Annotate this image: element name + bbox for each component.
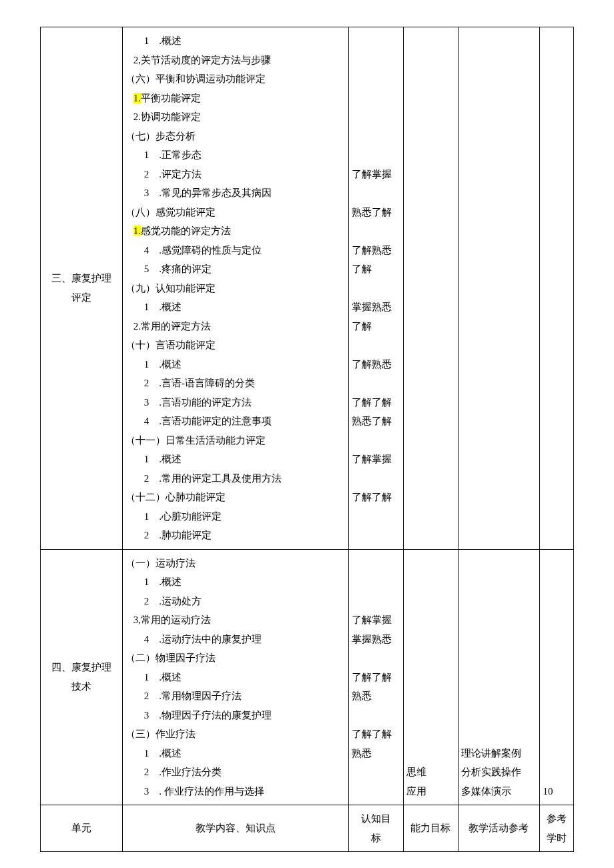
table-row: 四、康复护理技术（一）运动疗法1 .概述2 .运动处方3,常用的运动疗法4 .运… bbox=[41, 549, 574, 805]
cognition-cell: 了解掌握熟悉了解了解熟悉了解掌握熟悉了解了解熟悉了解了解熟悉了解了解掌握了解了解 bbox=[349, 27, 404, 550]
ability-cell: 思维应用 bbox=[404, 549, 458, 805]
table-header-row: 单元教学内容、知识点认知目标能力目标教学活动参考参考学时 bbox=[41, 805, 574, 852]
content-line: 1 .正常步态 bbox=[125, 145, 346, 165]
content-line: 1 .概述 bbox=[125, 450, 346, 469]
unit-cell: 三、康复护理评定 bbox=[41, 27, 123, 550]
content-line: （十一）日常生活活动能力评定 bbox=[125, 431, 346, 450]
content-line: 1 .概述 bbox=[125, 31, 346, 51]
content-line: 2 .作业疗法分类 bbox=[125, 763, 346, 782]
content-line: 4 .感觉障碍的性质与定位 bbox=[125, 241, 346, 260]
hours-cell: 10 bbox=[540, 549, 574, 805]
content-line: 1 .概述 bbox=[125, 298, 346, 317]
content-line: 1 .概述 bbox=[125, 572, 346, 592]
content-line: 2 .言语-语言障碍的分类 bbox=[125, 374, 346, 393]
highlight: 1. bbox=[133, 226, 141, 236]
content-line: 4 .言语功能评定的注意事项 bbox=[125, 412, 346, 431]
content-line: （三）作业疗法 bbox=[125, 725, 346, 744]
table-row: 三、康复护理评定1 .概述2,关节活动度的评定方法与步骤（六）平衡和协调运动功能… bbox=[41, 27, 574, 550]
activity-cell: 理论讲解案例分析实践操作多媒体演示 bbox=[458, 549, 540, 805]
content-line: 3 .常见的异常步态及其病因 bbox=[125, 183, 346, 203]
content-text: 平衡功能评定 bbox=[141, 93, 201, 103]
content-line: 1.平衡功能评定 bbox=[125, 89, 346, 108]
header-hours: 参考学时 bbox=[540, 805, 574, 852]
content-cell: （一）运动疗法1 .概述2 .运动处方3,常用的运动疗法4 .运动疗法中的康复护… bbox=[122, 549, 349, 805]
content-line: 4 .运动疗法中的康复护理 bbox=[125, 630, 346, 649]
activity-cell bbox=[458, 27, 540, 550]
content-line: （十二）心肺功能评定 bbox=[125, 488, 346, 507]
content-line: 2 .评定方法 bbox=[125, 165, 346, 184]
header-ability: 能力目标 bbox=[404, 805, 458, 852]
content-line: （六）平衡和协调运动功能评定 bbox=[125, 69, 346, 89]
header-unit: 单元 bbox=[41, 805, 123, 852]
content-line: （二）物理因子疗法 bbox=[125, 648, 346, 668]
content-line: 2 .肺功能评定 bbox=[125, 526, 346, 545]
content-line: （八）感觉功能评定 bbox=[125, 203, 346, 222]
content-line: 1 .概述 bbox=[125, 744, 346, 763]
content-line: 2 .运动处方 bbox=[125, 592, 346, 611]
content-line: （十）言语功能评定 bbox=[125, 336, 346, 355]
content-line: 1 .心脏功能评定 bbox=[125, 507, 346, 526]
content-line: 1.感觉功能的评定方法 bbox=[125, 222, 346, 241]
content-line: 1 .概述 bbox=[125, 355, 346, 374]
content-line: 2,关节活动度的评定方法与步骤 bbox=[125, 51, 346, 70]
content-line: 3 .物理因子疗法的康复护理 bbox=[125, 706, 346, 725]
content-line: 5 .疼痛的评定 bbox=[125, 260, 346, 279]
content-line: 3,常用的运动疗法 bbox=[125, 610, 346, 630]
content-line: 3 . 作业疗法的作用与选择 bbox=[125, 782, 346, 801]
curriculum-table: 三、康复护理评定1 .概述2,关节活动度的评定方法与步骤（六）平衡和协调运动功能… bbox=[40, 27, 574, 852]
document-page: 三、康复护理评定1 .概述2,关节活动度的评定方法与步骤（六）平衡和协调运动功能… bbox=[40, 27, 574, 852]
content-line: 2.协调功能评定 bbox=[125, 107, 346, 127]
content-line: 2 .常用的评定工具及使用方法 bbox=[125, 469, 346, 488]
highlight: 1. bbox=[133, 93, 141, 103]
content-text: 感觉功能的评定方法 bbox=[141, 226, 231, 236]
content-line: 1 .概述 bbox=[125, 668, 346, 687]
header-activity: 教学活动参考 bbox=[458, 805, 540, 852]
header-cognition: 认知目标 bbox=[349, 805, 404, 852]
ability-cell bbox=[404, 27, 458, 550]
content-line: （一）运动疗法 bbox=[125, 554, 346, 573]
hours-cell bbox=[540, 27, 574, 550]
content-cell: 1 .概述2,关节活动度的评定方法与步骤（六）平衡和协调运动功能评定1.平衡功能… bbox=[122, 27, 349, 550]
content-line: 3 .言语功能的评定方法 bbox=[125, 393, 346, 412]
cognition-cell: 了解掌握掌握熟悉了解了解熟悉了解了解熟悉 bbox=[349, 549, 404, 805]
unit-cell: 四、康复护理技术 bbox=[41, 549, 123, 805]
content-line: 2 .常用物理因子疗法 bbox=[125, 687, 346, 706]
content-line: （七）步态分析 bbox=[125, 127, 346, 146]
content-line: 2.常用的评定方法 bbox=[125, 317, 346, 336]
header-content: 教学内容、知识点 bbox=[122, 805, 349, 852]
content-line: （九）认知功能评定 bbox=[125, 279, 346, 298]
